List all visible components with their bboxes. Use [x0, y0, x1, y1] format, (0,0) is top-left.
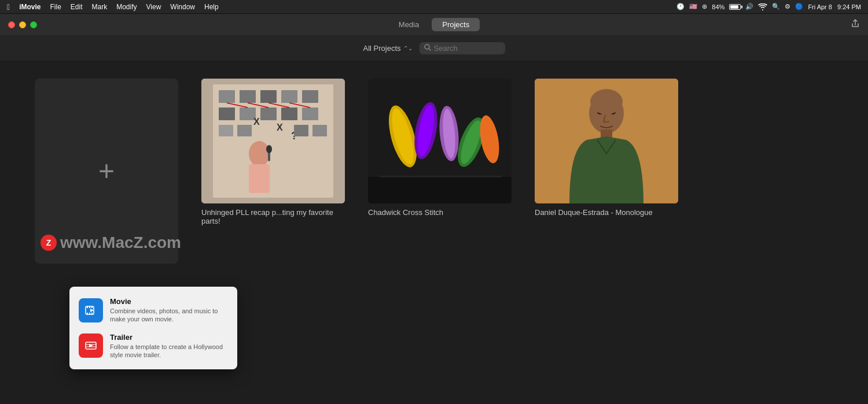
all-projects-button[interactable]: All Projects ⌃⌄ [363, 44, 412, 53]
svg-rect-34 [249, 164, 270, 193]
project-title-stitch: Chadwick Cross Stitch [368, 208, 443, 217]
svg-rect-21 [219, 108, 235, 120]
menu-mark[interactable]: Mark [92, 3, 108, 11]
trailer-title: Trailer [110, 333, 228, 342]
titlebar: Media Projects [0, 14, 868, 36]
projects-grid: X X ? Unhinged PLL recap p [201, 79, 678, 225]
svg-rect-7 [89, 313, 90, 314]
svg-rect-25 [302, 108, 318, 120]
project-thumbnail-pll: X X ? [201, 79, 345, 203]
project-thumbnail-stitch [368, 79, 512, 203]
svg-rect-24 [281, 108, 297, 120]
search-status-icon[interactable]: 🔍 [772, 3, 780, 10]
project-card-pll[interactable]: X X ? Unhinged PLL recap p [201, 79, 345, 225]
apple-menu[interactable]:  [7, 2, 10, 12]
tab-projects[interactable]: Projects [432, 18, 480, 31]
toolbar: All Projects ⌃⌄ [0, 36, 868, 61]
menu-edit[interactable]: Edit [71, 3, 83, 11]
svg-rect-52 [380, 176, 501, 177]
svg-rect-6 [87, 313, 88, 314]
time-machine-icon: 🕐 [676, 3, 685, 10]
project-card-stitch[interactable]: Chadwick Cross Stitch [368, 79, 512, 217]
share-button[interactable] [851, 19, 860, 31]
siri-icon[interactable]: 🔵 [795, 3, 803, 10]
movie-icon [79, 298, 103, 323]
trailer-description: Follow a template to create a Hollywood … [110, 343, 228, 359]
svg-rect-3 [87, 306, 88, 308]
menu-imovie[interactable]: iMovie [19, 3, 41, 11]
svg-rect-5 [91, 306, 93, 308]
svg-point-0 [425, 45, 429, 49]
search-icon [424, 44, 431, 53]
project-title-pll: Unhinged PLL recap p...ting my favorite … [201, 208, 345, 225]
datetime: Fri Apr 8 9:24 PM [808, 3, 861, 10]
control-center-icon[interactable]: ⚙ [785, 3, 790, 10]
project-title-monologue: Daniel Duque-Estrada - Monologue [535, 208, 653, 217]
svg-rect-16 [219, 90, 235, 103]
search-box [420, 42, 505, 54]
svg-point-36 [266, 145, 272, 153]
wifi-icon [758, 3, 767, 10]
menubar-right: 🕐 🇺🇸 ⊛ 84% 🔊 🔍 ⚙ 🔵 Fri Apr 8 9:24 PM [676, 3, 861, 10]
dropdown-trailer-text: Trailer Follow a template to create a Ho… [110, 333, 228, 359]
new-project-dropdown: Movie Combine videos, photos, and music … [69, 287, 237, 369]
chevron-updown-icon: ⌃⌄ [403, 45, 413, 51]
volume-icon: 🔊 [745, 3, 753, 10]
svg-point-59 [590, 89, 623, 114]
minimize-button[interactable] [19, 21, 26, 28]
movie-description: Combine videos, photos, and music to mak… [110, 307, 228, 324]
svg-text:X: X [277, 123, 283, 132]
svg-line-1 [429, 49, 431, 51]
watermark-url: www.MacZ.com [60, 233, 181, 252]
trailer-icon [79, 333, 103, 358]
flag-icon: 🇺🇸 [689, 3, 697, 10]
svg-rect-51 [368, 177, 512, 203]
new-project-card[interactable]: + Z www.MacZ.com [35, 79, 178, 264]
search-input[interactable] [434, 44, 501, 53]
movie-title: Movie [110, 297, 228, 306]
svg-rect-17 [240, 90, 256, 103]
svg-rect-8 [91, 313, 93, 314]
svg-rect-20 [302, 90, 318, 103]
tab-media[interactable]: Media [388, 18, 429, 31]
menu-file[interactable]: File [50, 3, 61, 11]
dropdown-item-movie[interactable]: Movie Combine videos, photos, and music … [69, 292, 237, 328]
close-button[interactable] [8, 21, 15, 28]
traffic-lights [8, 21, 37, 28]
project-thumbnail-monologue [535, 79, 678, 203]
svg-rect-18 [260, 90, 277, 103]
menubar-left:  iMovie File Edit Mark Modify View Wind… [7, 2, 219, 12]
watermark: Z www.MacZ.com [35, 233, 178, 252]
menubar:  iMovie File Edit Mark Modify View Wind… [0, 0, 868, 14]
main-content: + Z www.MacZ.com [0, 61, 868, 404]
menu-modify[interactable]: Modify [116, 3, 137, 11]
fullscreen-button[interactable] [30, 21, 37, 28]
svg-rect-37 [219, 125, 233, 136]
svg-text:X: X [253, 117, 260, 127]
project-card-monologue[interactable]: Daniel Duque-Estrada - Monologue [535, 79, 678, 217]
battery-percentage: 84% [712, 3, 724, 10]
menu-view[interactable]: View [146, 3, 161, 11]
bluetooth-icon: ⊛ [702, 3, 707, 10]
watermark-z: Z [41, 235, 57, 251]
svg-rect-23 [260, 108, 277, 120]
dropdown-item-trailer[interactable]: Trailer Follow a template to create a Ho… [69, 328, 237, 364]
svg-rect-19 [281, 90, 297, 103]
svg-rect-40 [312, 125, 327, 136]
menu-window[interactable]: Window [170, 3, 195, 11]
menu-help[interactable]: Help [204, 3, 219, 11]
battery-icon [729, 4, 741, 10]
titlebar-tabs: Media Projects [388, 18, 480, 31]
all-projects-label: All Projects [363, 44, 400, 53]
svg-marker-9 [90, 309, 94, 312]
svg-rect-38 [237, 125, 252, 136]
dropdown-movie-text: Movie Combine videos, photos, and music … [110, 297, 228, 324]
svg-point-33 [249, 141, 270, 166]
svg-rect-4 [89, 306, 90, 308]
svg-rect-39 [294, 125, 308, 136]
new-project-plus-icon: + [98, 157, 115, 185]
